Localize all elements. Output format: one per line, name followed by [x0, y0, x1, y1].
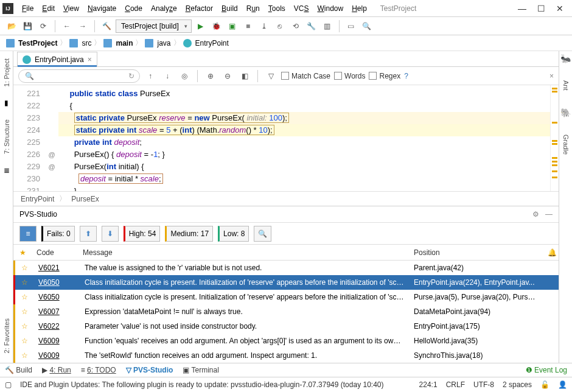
warning-position[interactable]: EntryPoint.java(224), EntryPoint.jav... — [409, 278, 543, 287]
tab-todo[interactable]: ≡ 6: TODO — [81, 366, 116, 374]
match-case-checkbox[interactable]: Match Case — [281, 72, 330, 80]
code-content[interactable]: public static class PurseEx { static pri… — [58, 85, 550, 191]
status-line-sep[interactable]: CRLF — [446, 380, 465, 389]
high-filter-button[interactable]: High: 54 — [124, 226, 161, 242]
warning-position[interactable]: HelloWorld.java(35) — [409, 337, 543, 345]
result-row[interactable]: ☆V6021The value is assigned to the 'r' v… — [13, 261, 559, 275]
status-encoding[interactable]: UTF-8 — [473, 380, 494, 389]
warning-code-link[interactable]: V6021 — [38, 264, 60, 272]
menu-build[interactable]: Build — [218, 3, 242, 14]
col-message[interactable]: Message — [78, 248, 409, 257]
menu-help[interactable]: Help — [348, 3, 371, 14]
tool-favorites[interactable]: 2: Favorites — [3, 313, 10, 358]
tab-terminal[interactable]: ▣ Terminal — [183, 366, 218, 374]
forward-icon[interactable]: → — [76, 19, 89, 33]
sync-icon[interactable]: ⟳ — [37, 19, 50, 33]
warning-position[interactable]: SynchroThis.java(18) — [409, 351, 543, 360]
warning-code-link[interactable]: V6009 — [38, 351, 60, 360]
layers-icon[interactable]: ≣ — [4, 166, 10, 175]
result-row[interactable]: ☆V6007Expression 'dataMetaPoint != null'… — [13, 304, 559, 319]
breadcrumb-src[interactable]: src — [82, 39, 91, 47]
status-caret-pos[interactable]: 224:1 — [419, 380, 438, 389]
col-alarm[interactable]: 🔔 — [543, 248, 559, 257]
select-occurrences-icon[interactable]: ◧ — [238, 69, 251, 83]
menu-tools[interactable]: Tools — [265, 3, 289, 14]
result-row[interactable]: ☆V6050Class initialization cycle is pres… — [13, 275, 559, 290]
tab-build[interactable]: 🔨 Build — [5, 366, 32, 374]
result-row[interactable]: ☆V6050Class initialization cycle is pres… — [13, 290, 559, 304]
trail-class[interactable]: EntryPoint — [21, 195, 54, 203]
medium-filter-button[interactable]: Medium: 17 — [165, 226, 213, 242]
structure-icon[interactable]: ▥ — [321, 19, 334, 33]
code-editor[interactable]: 221222223224225226229230231 @@ public st… — [13, 85, 559, 191]
list-view-button[interactable]: ≡ — [19, 226, 37, 242]
editor-minimap[interactable] — [550, 85, 559, 191]
tool-structure[interactable]: 7: Structure — [3, 114, 10, 159]
profile-icon[interactable]: ⎋ — [273, 19, 287, 33]
minimize-icon[interactable]: — — [518, 4, 526, 13]
event-log-button[interactable]: ❶ Event Log — [526, 366, 567, 374]
bookmarks-icon[interactable]: ▮ — [4, 99, 9, 107]
hammer-icon[interactable]: 🔨 — [100, 19, 113, 33]
warning-code-link[interactable]: V6022 — [38, 322, 60, 331]
stop-icon[interactable]: ■ — [242, 19, 255, 33]
result-row[interactable]: ☆V6022Parameter 'value' is not used insi… — [13, 319, 559, 334]
star-icon[interactable]: ☆ — [21, 307, 28, 316]
menu-edit[interactable]: Edit — [38, 3, 58, 14]
menu-run[interactable]: Run — [243, 3, 263, 14]
add-selection-icon[interactable]: ⊕ — [204, 69, 217, 83]
back-icon[interactable]: ← — [60, 19, 74, 33]
find-close-icon[interactable]: × — [549, 72, 554, 80]
fails-filter-button[interactable]: Fails: 0 — [41, 226, 75, 242]
result-row[interactable]: ☆V6009The 'setRowId' function receives a… — [13, 348, 559, 363]
star-icon[interactable]: ☆ — [21, 337, 28, 345]
star-icon[interactable]: ☆ — [21, 322, 28, 331]
warning-code-link[interactable]: V6050 — [38, 293, 60, 301]
warning-code-link[interactable]: V6050 — [38, 278, 60, 287]
tab-pvs[interactable]: ▽ PVS-Studio — [126, 366, 173, 374]
star-icon[interactable]: ☆ — [21, 293, 28, 301]
ant-icon[interactable]: 🐜 — [560, 54, 571, 63]
run-icon[interactable]: ▶ — [194, 19, 208, 33]
warning-code-link[interactable]: V6007 — [38, 307, 60, 316]
breadcrumb-project[interactable]: TestProject — [18, 39, 57, 47]
menu-window[interactable]: Window — [313, 3, 347, 14]
debug-icon[interactable]: 🐞 — [210, 19, 223, 33]
breadcrumb-class[interactable]: EntryPoint — [195, 39, 229, 47]
save-icon[interactable]: 💾 — [21, 19, 34, 33]
run-config-dropdown[interactable]: TestProject [build] — [116, 19, 192, 33]
panel-minimize-icon[interactable]: — — [545, 210, 553, 219]
col-star[interactable]: ★ — [13, 248, 32, 257]
find-help-icon[interactable]: ? — [404, 72, 408, 80]
menu-analyze[interactable]: Analyze — [147, 3, 181, 14]
star-icon[interactable]: ☆ — [21, 264, 28, 272]
menu-navigate[interactable]: Navigate — [84, 3, 120, 14]
col-position[interactable]: Position — [409, 248, 543, 257]
words-checkbox[interactable]: Words — [334, 72, 365, 80]
filter-icon[interactable]: ▽ — [264, 69, 277, 83]
avd-icon[interactable]: ▭ — [344, 19, 358, 33]
warning-position[interactable]: EntryPoint.java(175) — [409, 322, 543, 331]
star-icon[interactable]: ☆ — [21, 351, 28, 360]
menu-file[interactable]: File — [18, 3, 37, 14]
lock-icon[interactable]: 🔓 — [540, 380, 549, 389]
result-row[interactable]: ☆V6009Function 'equals' receives an odd … — [13, 334, 559, 348]
next-match-icon[interactable]: ↓ — [161, 69, 174, 83]
coverage-icon[interactable]: ▣ — [226, 19, 239, 33]
prev-match-icon[interactable]: ↑ — [144, 69, 157, 83]
maximize-icon[interactable]: ☐ — [537, 4, 545, 13]
file-tab-entrypoint[interactable]: EntryPoint.java × — [17, 52, 97, 66]
tab-run[interactable]: ▶ 4: Run — [42, 366, 71, 374]
search-warnings-button[interactable]: 🔍 — [254, 226, 271, 242]
low-filter-button[interactable]: Low: 8 — [218, 226, 249, 242]
status-indent[interactable]: 2 spaces — [503, 380, 532, 389]
warning-position[interactable]: Parent.java(42) — [409, 264, 543, 272]
menu-code[interactable]: Code — [121, 3, 146, 14]
update-icon[interactable]: ⟲ — [289, 19, 302, 33]
tab-close-icon[interactable]: × — [88, 55, 92, 64]
star-icon[interactable]: ☆ — [21, 278, 28, 287]
menu-vcs[interactable]: VCS — [290, 3, 313, 14]
menu-view[interactable]: View — [60, 3, 83, 14]
status-toggle-icon[interactable]: ▢ — [5, 380, 12, 389]
close-icon[interactable]: ✕ — [556, 4, 563, 13]
